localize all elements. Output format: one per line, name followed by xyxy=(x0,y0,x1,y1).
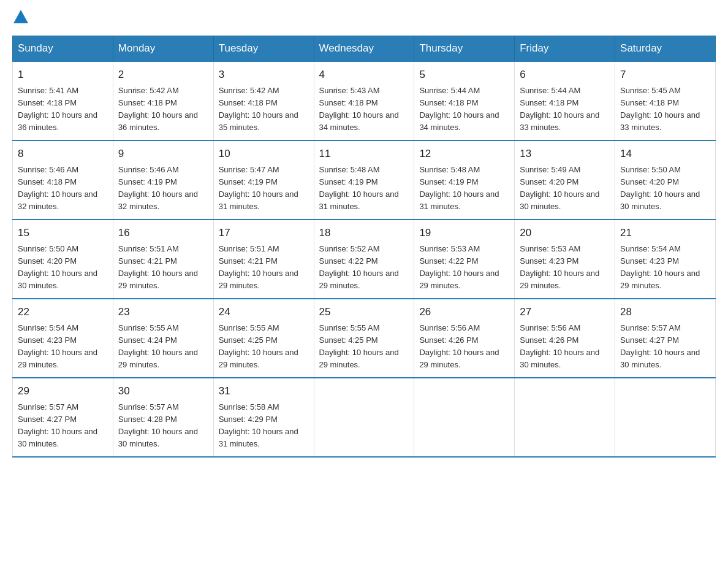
weekday-header-saturday: Saturday xyxy=(615,36,716,62)
calendar-cell: 31Sunrise: 5:58 AMSunset: 4:29 PMDayligh… xyxy=(213,378,314,457)
calendar-cell xyxy=(314,378,414,457)
day-info: Sunrise: 5:54 AMSunset: 4:23 PMDaylight:… xyxy=(620,243,710,293)
calendar-table: SundayMondayTuesdayWednesdayThursdayFrid… xyxy=(12,36,716,458)
calendar-cell: 27Sunrise: 5:56 AMSunset: 4:26 PMDayligh… xyxy=(515,299,615,378)
calendar-cell: 12Sunrise: 5:48 AMSunset: 4:19 PMDayligh… xyxy=(414,140,515,220)
day-number: 3 xyxy=(219,67,309,83)
day-info: Sunrise: 5:54 AMSunset: 4:23 PMDaylight:… xyxy=(18,322,108,372)
day-number: 4 xyxy=(319,67,409,83)
day-info: Sunrise: 5:49 AMSunset: 4:20 PMDaylight:… xyxy=(520,164,610,213)
day-info: Sunrise: 5:53 AMSunset: 4:23 PMDaylight:… xyxy=(520,243,610,293)
calendar-cell: 22Sunrise: 5:54 AMSunset: 4:23 PMDayligh… xyxy=(13,299,113,378)
weekday-header-wednesday: Wednesday xyxy=(314,36,414,62)
day-number: 20 xyxy=(520,225,610,241)
calendar-cell: 4Sunrise: 5:43 AMSunset: 4:18 PMDaylight… xyxy=(314,61,414,140)
weekday-header-thursday: Thursday xyxy=(414,36,515,62)
day-info: Sunrise: 5:53 AMSunset: 4:22 PMDaylight:… xyxy=(419,243,509,293)
day-info: Sunrise: 5:47 AMSunset: 4:19 PMDaylight:… xyxy=(219,164,309,213)
day-number: 5 xyxy=(419,67,509,83)
day-number: 13 xyxy=(520,146,610,162)
calendar-cell: 15Sunrise: 5:50 AMSunset: 4:20 PMDayligh… xyxy=(13,220,113,299)
day-number: 27 xyxy=(520,304,610,320)
calendar-cell: 28Sunrise: 5:57 AMSunset: 4:27 PMDayligh… xyxy=(615,299,716,378)
day-number: 12 xyxy=(419,146,509,162)
day-info: Sunrise: 5:52 AMSunset: 4:22 PMDaylight:… xyxy=(319,243,409,293)
day-number: 21 xyxy=(620,225,710,241)
day-info: Sunrise: 5:41 AMSunset: 4:18 PMDaylight:… xyxy=(18,85,108,134)
day-info: Sunrise: 5:42 AMSunset: 4:18 PMDaylight:… xyxy=(219,85,309,134)
day-number: 16 xyxy=(118,225,208,241)
calendar-cell: 8Sunrise: 5:46 AMSunset: 4:18 PMDaylight… xyxy=(13,140,113,220)
day-number: 30 xyxy=(118,383,208,399)
day-number: 25 xyxy=(319,304,409,320)
day-info: Sunrise: 5:51 AMSunset: 4:21 PMDaylight:… xyxy=(219,243,309,293)
day-info: Sunrise: 5:46 AMSunset: 4:19 PMDaylight:… xyxy=(118,164,208,213)
day-number: 11 xyxy=(319,146,409,162)
calendar-cell: 24Sunrise: 5:55 AMSunset: 4:25 PMDayligh… xyxy=(213,299,314,378)
day-info: Sunrise: 5:55 AMSunset: 4:25 PMDaylight:… xyxy=(219,322,309,372)
day-number: 23 xyxy=(118,304,208,320)
calendar-week-row: 22Sunrise: 5:54 AMSunset: 4:23 PMDayligh… xyxy=(13,299,716,378)
calendar-cell: 11Sunrise: 5:48 AMSunset: 4:19 PMDayligh… xyxy=(314,140,414,220)
weekday-header-row: SundayMondayTuesdayWednesdayThursdayFrid… xyxy=(13,36,716,62)
calendar-cell: 23Sunrise: 5:55 AMSunset: 4:24 PMDayligh… xyxy=(113,299,213,378)
calendar-cell: 13Sunrise: 5:49 AMSunset: 4:20 PMDayligh… xyxy=(515,140,615,220)
day-info: Sunrise: 5:55 AMSunset: 4:24 PMDaylight:… xyxy=(118,322,208,372)
weekday-header-monday: Monday xyxy=(113,36,213,62)
day-number: 2 xyxy=(118,67,208,83)
weekday-header-sunday: Sunday xyxy=(13,36,113,62)
day-number: 6 xyxy=(520,67,610,83)
day-number: 17 xyxy=(219,225,309,241)
day-number: 26 xyxy=(419,304,509,320)
day-number: 24 xyxy=(219,304,309,320)
calendar-cell: 21Sunrise: 5:54 AMSunset: 4:23 PMDayligh… xyxy=(615,220,716,299)
page-header xyxy=(12,12,716,23)
day-info: Sunrise: 5:46 AMSunset: 4:18 PMDaylight:… xyxy=(18,164,108,213)
calendar-cell: 9Sunrise: 5:46 AMSunset: 4:19 PMDaylight… xyxy=(113,140,213,220)
day-info: Sunrise: 5:56 AMSunset: 4:26 PMDaylight:… xyxy=(419,322,509,372)
day-info: Sunrise: 5:56 AMSunset: 4:26 PMDaylight:… xyxy=(520,322,610,372)
weekday-header-tuesday: Tuesday xyxy=(213,36,314,62)
calendar-cell: 14Sunrise: 5:50 AMSunset: 4:20 PMDayligh… xyxy=(615,140,716,220)
day-info: Sunrise: 5:57 AMSunset: 4:27 PMDaylight:… xyxy=(18,401,108,451)
day-number: 15 xyxy=(18,225,108,241)
day-number: 9 xyxy=(118,146,208,162)
calendar-cell: 17Sunrise: 5:51 AMSunset: 4:21 PMDayligh… xyxy=(213,220,314,299)
calendar-cell: 25Sunrise: 5:55 AMSunset: 4:25 PMDayligh… xyxy=(314,299,414,378)
day-number: 31 xyxy=(219,383,309,399)
calendar-cell: 7Sunrise: 5:45 AMSunset: 4:18 PMDaylight… xyxy=(615,61,716,140)
calendar-cell: 20Sunrise: 5:53 AMSunset: 4:23 PMDayligh… xyxy=(515,220,615,299)
calendar-cell: 16Sunrise: 5:51 AMSunset: 4:21 PMDayligh… xyxy=(113,220,213,299)
calendar-cell: 10Sunrise: 5:47 AMSunset: 4:19 PMDayligh… xyxy=(213,140,314,220)
calendar-cell: 18Sunrise: 5:52 AMSunset: 4:22 PMDayligh… xyxy=(314,220,414,299)
day-info: Sunrise: 5:48 AMSunset: 4:19 PMDaylight:… xyxy=(319,164,409,213)
logo xyxy=(12,12,29,23)
logo-arrow-icon xyxy=(13,10,28,23)
calendar-cell: 6Sunrise: 5:44 AMSunset: 4:18 PMDaylight… xyxy=(515,61,615,140)
day-number: 14 xyxy=(620,146,710,162)
calendar-cell: 3Sunrise: 5:42 AMSunset: 4:18 PMDaylight… xyxy=(213,61,314,140)
day-info: Sunrise: 5:50 AMSunset: 4:20 PMDaylight:… xyxy=(620,164,710,213)
day-info: Sunrise: 5:44 AMSunset: 4:18 PMDaylight:… xyxy=(419,85,509,134)
day-number: 10 xyxy=(219,146,309,162)
day-number: 22 xyxy=(18,304,108,320)
calendar-cell xyxy=(615,378,716,457)
calendar-cell xyxy=(515,378,615,457)
day-info: Sunrise: 5:48 AMSunset: 4:19 PMDaylight:… xyxy=(419,164,509,213)
day-info: Sunrise: 5:45 AMSunset: 4:18 PMDaylight:… xyxy=(620,85,710,134)
calendar-cell: 26Sunrise: 5:56 AMSunset: 4:26 PMDayligh… xyxy=(414,299,515,378)
day-number: 7 xyxy=(620,67,710,83)
day-number: 19 xyxy=(419,225,509,241)
calendar-week-row: 15Sunrise: 5:50 AMSunset: 4:20 PMDayligh… xyxy=(13,220,716,299)
calendar-cell: 5Sunrise: 5:44 AMSunset: 4:18 PMDaylight… xyxy=(414,61,515,140)
day-number: 28 xyxy=(620,304,710,320)
weekday-header-friday: Friday xyxy=(515,36,615,62)
day-info: Sunrise: 5:44 AMSunset: 4:18 PMDaylight:… xyxy=(520,85,610,134)
day-number: 8 xyxy=(18,146,108,162)
day-number: 1 xyxy=(18,67,108,83)
calendar-cell: 2Sunrise: 5:42 AMSunset: 4:18 PMDaylight… xyxy=(113,61,213,140)
calendar-cell: 30Sunrise: 5:57 AMSunset: 4:28 PMDayligh… xyxy=(113,378,213,457)
day-info: Sunrise: 5:55 AMSunset: 4:25 PMDaylight:… xyxy=(319,322,409,372)
calendar-cell: 19Sunrise: 5:53 AMSunset: 4:22 PMDayligh… xyxy=(414,220,515,299)
day-number: 18 xyxy=(319,225,409,241)
